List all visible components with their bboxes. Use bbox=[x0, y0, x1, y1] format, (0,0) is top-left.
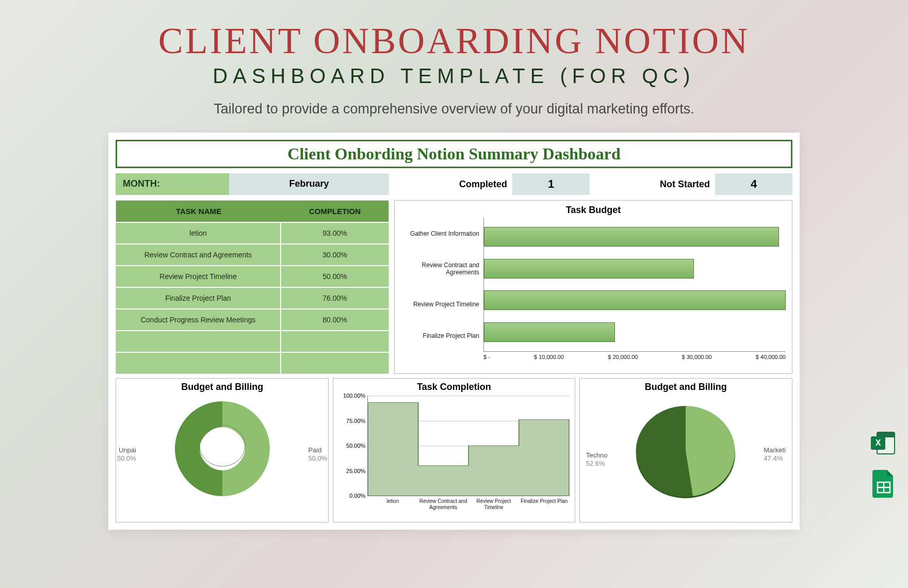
cell-task-name: letion bbox=[116, 223, 281, 243]
cell-completion: 30.00% bbox=[281, 244, 388, 265]
pie-label-left: Techno52.6% bbox=[586, 451, 608, 467]
chart-title: Budget and Billing bbox=[585, 382, 787, 393]
hero-subtitle: DASHBOARD TEMPLATE (FOR QC) bbox=[0, 64, 908, 88]
month-box: MONTH: February bbox=[116, 173, 389, 195]
dashboard-title: Client Onbording Notion Summary Dashboar… bbox=[116, 140, 792, 168]
hbar-plot bbox=[483, 218, 786, 352]
pie-label-right: Marketi47.4% bbox=[764, 446, 786, 462]
chart-title: Task Completion bbox=[338, 382, 569, 393]
th-task-name: TASK NAME bbox=[116, 201, 281, 222]
pie-svg bbox=[629, 395, 742, 503]
table-row: Review Contract and Agreements 30.00% bbox=[116, 243, 388, 265]
completed-stat: Completed 1 bbox=[439, 173, 590, 195]
sheets-icon[interactable] bbox=[869, 468, 899, 498]
donut-svg bbox=[171, 397, 274, 500]
hero-title: CLIENT ONBOARDING NOTION bbox=[0, 0, 908, 62]
cell-completion: 80.00% bbox=[281, 309, 388, 330]
hbar-xticks: $ - $ 10,000.00 $ 20,000.00 $ 30,000.00 … bbox=[483, 352, 786, 360]
main-row: TASK NAME COMPLETION letion 93.00% Revie… bbox=[116, 200, 792, 374]
donut-label-left: Unpai50.0% bbox=[117, 446, 136, 462]
th-completion: COMPLETION bbox=[281, 201, 388, 222]
task-table: TASK NAME COMPLETION letion 93.00% Revie… bbox=[116, 200, 389, 374]
hero-description: Tailored to provide a comprehensive over… bbox=[0, 101, 908, 117]
donut-label-right: Paid50.0% bbox=[308, 446, 327, 462]
chart-title: Task Budget bbox=[401, 205, 786, 216]
table-row bbox=[116, 330, 388, 352]
area-plot: 100.00% 75.00% 50.00% 25.00% 0.00% bbox=[367, 396, 569, 496]
cell-completion: 50.00% bbox=[281, 266, 388, 287]
svg-point-2 bbox=[200, 428, 245, 469]
completed-label: Completed bbox=[439, 179, 507, 190]
notstarted-stat: Not Started 4 bbox=[639, 173, 792, 195]
notstarted-value: 4 bbox=[715, 173, 792, 195]
completed-value: 1 bbox=[512, 173, 590, 195]
cell-task-name: Conduct Progress Review Meetings bbox=[116, 309, 281, 330]
cell-completion: 76.00% bbox=[281, 288, 388, 308]
cell-completion: 93.00% bbox=[281, 223, 388, 243]
month-value[interactable]: February bbox=[229, 173, 389, 195]
area-xticks: letion Review Contract and Agreements Re… bbox=[367, 498, 569, 510]
donut-chart: Budget and Billing Unpai50.0% bbox=[116, 378, 329, 522]
month-label: MONTH: bbox=[116, 173, 229, 195]
svg-text:X: X bbox=[875, 438, 881, 447]
status-row: MONTH: February Completed 1 Not Started … bbox=[116, 173, 792, 195]
table-row: Finalize Project Plan 76.00% bbox=[116, 287, 388, 308]
table-row: Conduct Progress Review Meetings 80.00% bbox=[116, 308, 388, 330]
cell-task-name: Finalize Project Plan bbox=[116, 288, 281, 308]
pie-chart: Budget and Billing Techno52.6% Marketi47… bbox=[579, 378, 792, 522]
cell-task-name: Review Contract and Agreements bbox=[116, 244, 281, 265]
cell-task-name: Review Project Timeline bbox=[116, 266, 281, 287]
task-budget-chart: Task Budget Gather Client Information Re… bbox=[394, 200, 792, 374]
excel-icon[interactable]: X bbox=[869, 428, 899, 458]
chart-title: Budget and Billing bbox=[121, 382, 323, 393]
format-icons: X bbox=[869, 428, 899, 498]
task-completion-chart: Task Completion 100.00% 75.00% 50.00% 25… bbox=[333, 378, 575, 522]
table-row: Review Project Timeline 50.00% bbox=[116, 265, 388, 287]
dashboard-card: Client Onbording Notion Summary Dashboar… bbox=[108, 133, 800, 530]
table-row bbox=[116, 352, 388, 373]
hbar-y-labels: Gather Client Information Review Contrac… bbox=[401, 218, 483, 352]
table-row: letion 93.00% bbox=[116, 222, 388, 243]
notstarted-label: Not Started bbox=[639, 179, 710, 190]
charts-row: Budget and Billing Unpai50.0% bbox=[116, 378, 792, 522]
